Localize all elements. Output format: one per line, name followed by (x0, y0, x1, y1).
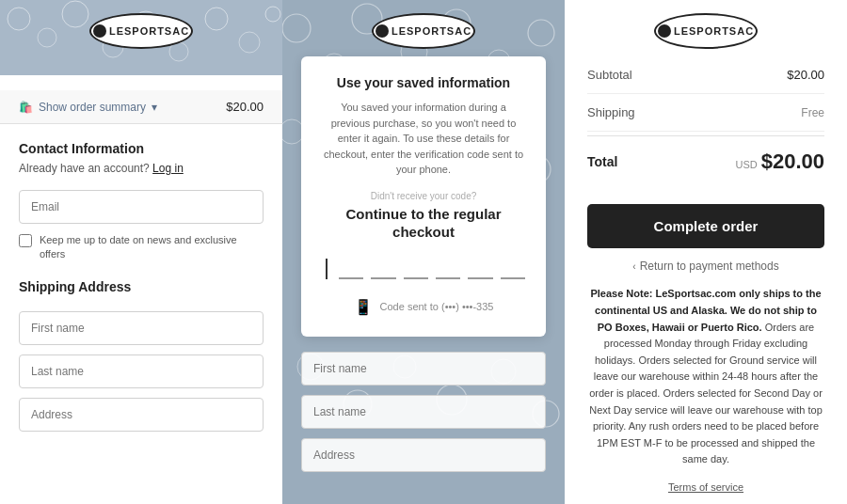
middle-logo: LeSportsac (372, 13, 475, 49)
newsletter-checkbox-row: Keep me up to date on news and exclusive… (19, 233, 264, 262)
code-input-row[interactable] (322, 259, 525, 279)
total-value: $20.00 (761, 150, 824, 174)
return-label: Return to payment methods (640, 260, 779, 273)
total-value-group: USD $20.00 (735, 150, 824, 174)
middle-form (282, 337, 565, 481)
first-name-field[interactable] (19, 311, 264, 345)
login-link[interactable]: Log in (152, 162, 184, 175)
order-summary-label: Show order summary (39, 101, 146, 114)
right-logo-circle-icon (658, 24, 671, 38)
chevron-down-icon: ▾ (152, 101, 157, 114)
total-label: Total (587, 154, 617, 169)
middle-logo-circle-icon (376, 24, 389, 38)
modal-description: You saved your information during a prev… (322, 100, 525, 178)
code-dash-6 (501, 277, 525, 279)
total-line: Total USD $20.00 (587, 135, 824, 187)
code-dash-3 (404, 277, 428, 279)
middle-last-name-field[interactable] (301, 395, 546, 429)
terms-link[interactable]: Terms of service (565, 481, 847, 504)
right-logo: LeSportsac (654, 13, 758, 49)
last-name-field[interactable] (19, 354, 264, 388)
middle-logo-area: LeSportsac (282, 0, 565, 49)
continue-checkout-link[interactable]: Continue to the regular checkout (322, 205, 525, 242)
shipping-label: Shipping (587, 105, 635, 119)
middle-panel: LeSportsac Use your saved information Yo… (282, 0, 565, 504)
left-logo-area: LeSportsac (0, 0, 282, 49)
account-text: Already have an account? (19, 162, 150, 175)
address-field[interactable] (19, 398, 264, 432)
shipping-value: Free (801, 106, 824, 119)
right-panel: LeSportsac Subtotal $20.00 Shipping Free… (565, 0, 847, 504)
subtotal-label: Subtotal (587, 68, 632, 82)
right-logo-area: LeSportsac (565, 0, 847, 56)
code-cursor (326, 259, 328, 279)
middle-address-field[interactable] (301, 438, 546, 472)
bag-icon: 🛍️ (19, 101, 33, 114)
logo-text: LeSportsac (109, 25, 189, 37)
didnt-receive-text: Didn't receive your code? (322, 191, 525, 201)
newsletter-checkbox[interactable] (19, 234, 32, 247)
order-summary-toggle[interactable]: 🛍️ Show order summary ▾ (19, 101, 157, 114)
subtotal-line: Subtotal $20.00 (587, 56, 824, 94)
contact-section-title: Contact Information (19, 141, 264, 156)
subtotal-value: $20.00 (787, 68, 824, 82)
code-dash-2 (371, 277, 395, 279)
newsletter-label: Keep me up to date on news and exclusive… (40, 233, 264, 262)
email-field[interactable] (19, 190, 264, 224)
modal-title: Use your saved information (322, 75, 525, 90)
logo-circle-icon (93, 24, 106, 38)
order-summary-bar[interactable]: 🛍️ Show order summary ▾ $20.00 (0, 90, 282, 124)
code-dash-1 (339, 277, 363, 279)
left-panel: LeSportsac 🛍️ Show order summary ▾ $20.0… (0, 0, 282, 504)
shipping-line: Shipping Free (587, 94, 824, 132)
order-summary-price: $20.00 (226, 100, 264, 114)
saved-info-modal: Use your saved information You saved you… (301, 56, 546, 337)
middle-logo-text: LeSportsac (392, 25, 471, 37)
phone-icon: 📱 (354, 298, 373, 316)
shipping-section-title: Shipping Address (19, 279, 264, 294)
code-dash-4 (436, 277, 460, 279)
shipping-note: Please Note: LeSportsac.com only ships t… (565, 286, 847, 481)
right-logo-text: LeSportsac (674, 25, 754, 37)
chevron-left-icon: ‹ (632, 261, 635, 272)
logo: LeSportsac (89, 13, 193, 49)
left-form-content: Contact Information Already have an acco… (0, 124, 282, 458)
middle-first-name-field[interactable] (301, 352, 546, 386)
total-currency: USD (735, 159, 757, 170)
right-order-summary: Subtotal $20.00 Shipping Free Total USD … (565, 56, 847, 197)
complete-order-button[interactable]: Complete order (587, 204, 824, 248)
account-line: Already have an account? Log in (19, 162, 264, 175)
note-body: Orders are processed Monday through Frid… (589, 322, 823, 465)
code-sent-row: 📱 Code sent to (•••) •••-335 (322, 292, 525, 316)
code-sent-label: Code sent to (•••) •••-335 (380, 301, 494, 312)
code-dash-5 (468, 277, 492, 279)
return-link[interactable]: ‹ Return to payment methods (565, 260, 847, 273)
